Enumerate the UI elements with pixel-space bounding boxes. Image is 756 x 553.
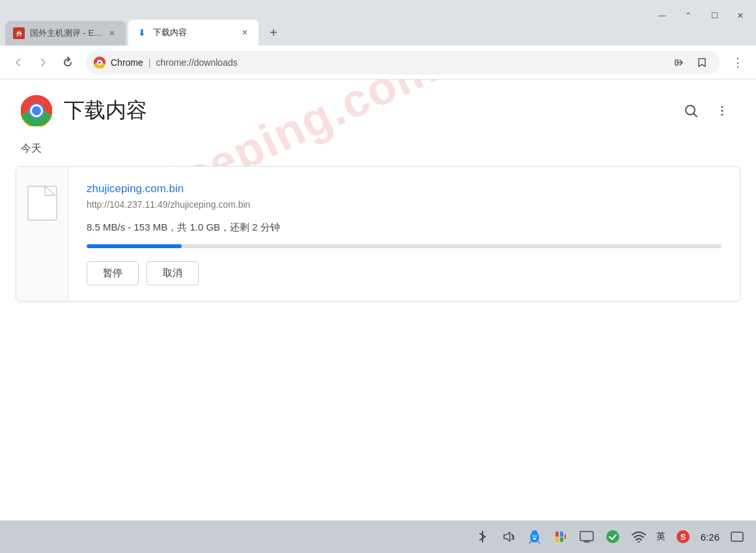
- bookmark-button[interactable]: [692, 53, 712, 72]
- chrome-logo: [21, 95, 52, 126]
- taskbar: 英 S 6:26: [0, 520, 756, 553]
- svg-rect-21: [555, 532, 559, 537]
- check-icon[interactable]: [604, 528, 621, 545]
- svg-rect-23: [555, 537, 559, 542]
- display-icon[interactable]: [578, 528, 595, 545]
- svg-point-13: [721, 110, 723, 112]
- svg-rect-7: [675, 60, 678, 65]
- bluetooth-icon[interactable]: [474, 528, 491, 545]
- svg-text:外: 外: [16, 31, 23, 37]
- address-separator: |: [148, 57, 151, 68]
- page-header-left: 下载内容: [21, 95, 147, 126]
- tab-favicon-1: 外: [13, 27, 25, 39]
- page-header-right: [678, 98, 735, 124]
- section-today-label: 今天: [0, 137, 756, 166]
- address-url: chrome://downloads: [156, 57, 665, 68]
- tab-close-1[interactable]: ✕: [106, 27, 118, 39]
- page-menu-button[interactable]: [709, 98, 735, 124]
- tab-favicon-2: ⬇: [136, 27, 148, 38]
- page-header: 下载内容: [0, 79, 756, 137]
- svg-rect-24: [560, 537, 563, 542]
- address-actions: [670, 53, 712, 72]
- svg-point-17: [531, 530, 538, 537]
- tab-inactive-1[interactable]: 外 国外主机测评 - E... ✕: [5, 21, 126, 46]
- search-button[interactable]: [678, 98, 704, 124]
- download-stats: 8.5 MB/s - 153 MB，共 1.0 GB，还剩 2 分钟: [87, 221, 721, 234]
- chrome-favicon: [94, 57, 105, 68]
- qq-icon[interactable]: [526, 528, 543, 545]
- svg-rect-25: [565, 534, 566, 539]
- svg-rect-22: [560, 532, 563, 537]
- input-method-icon[interactable]: S: [675, 528, 692, 545]
- svg-rect-31: [731, 532, 743, 541]
- tab-active-2[interactable]: ⬇ 下载内容 ✕: [128, 20, 259, 46]
- maximize-button[interactable]: ☐: [707, 8, 722, 23]
- window-controls: — ⌃ ☐ ✕: [654, 8, 748, 23]
- download-card: zhujiceping.com.bin http://104.237.11.49…: [16, 166, 740, 302]
- lang-indicator[interactable]: 英: [656, 531, 665, 543]
- svg-text:S: S: [680, 532, 686, 542]
- download-icon-column: [16, 167, 68, 301]
- volume-icon[interactable]: [500, 528, 517, 545]
- reload-button[interactable]: [57, 52, 78, 73]
- svg-point-14: [721, 114, 723, 116]
- download-actions: 暂停 取消: [87, 261, 721, 285]
- svg-point-19: [535, 535, 537, 537]
- nav-bar: Chrome | chrome://downloads ⋮: [0, 46, 756, 79]
- page-title: 下载内容: [64, 96, 147, 125]
- notification-button[interactable]: [729, 528, 746, 545]
- cancel-button[interactable]: 取消: [147, 261, 199, 285]
- new-tab-button[interactable]: +: [262, 21, 285, 44]
- close-button[interactable]: ✕: [733, 8, 748, 23]
- svg-point-6: [98, 61, 101, 64]
- svg-point-10: [32, 106, 41, 115]
- chrome-menu-button[interactable]: ⋮: [727, 52, 748, 73]
- main-content: zhujiceping.com 下载内容: [0, 79, 756, 542]
- restore-button[interactable]: ⌃: [680, 8, 696, 23]
- tab-title-1: 国外主机测评 - E...: [30, 27, 101, 39]
- download-arrow-icon: ⬇: [138, 27, 146, 38]
- file-icon: [27, 185, 58, 221]
- figma-icon[interactable]: [552, 528, 569, 545]
- wifi-icon[interactable]: [630, 528, 647, 545]
- download-filename[interactable]: zhujiceping.com.bin: [87, 182, 721, 195]
- svg-point-28: [637, 541, 639, 543]
- svg-rect-15: [28, 186, 57, 220]
- title-bar: — ⌃ ☐ ✕ 外 国外主机测评 - E... ✕ ⬇ 下载内容 ✕ +: [0, 0, 756, 46]
- svg-point-20: [533, 538, 536, 540]
- svg-point-12: [721, 106, 723, 108]
- forward-button[interactable]: [33, 52, 53, 73]
- pause-button[interactable]: 暂停: [87, 261, 139, 285]
- address-bar[interactable]: Chrome | chrome://downloads: [86, 51, 720, 74]
- address-brand: Chrome: [111, 57, 143, 68]
- progress-bar-track: [87, 244, 721, 248]
- download-url: http://104.237.11.49/zhujiceping.com.bin: [87, 199, 721, 210]
- taskbar-time: 6:26: [701, 532, 720, 543]
- back-button[interactable]: [8, 52, 29, 73]
- download-info: zhujiceping.com.bin http://104.237.11.49…: [68, 167, 740, 301]
- svg-point-18: [533, 535, 534, 537]
- share-button[interactable]: [670, 53, 690, 72]
- progress-bar-fill: [87, 244, 182, 248]
- svg-rect-26: [580, 532, 593, 541]
- minimize-button[interactable]: —: [654, 8, 670, 23]
- tab-close-2[interactable]: ✕: [239, 27, 251, 38]
- svg-point-27: [606, 530, 619, 543]
- tab-title-2: 下载内容: [153, 27, 234, 38]
